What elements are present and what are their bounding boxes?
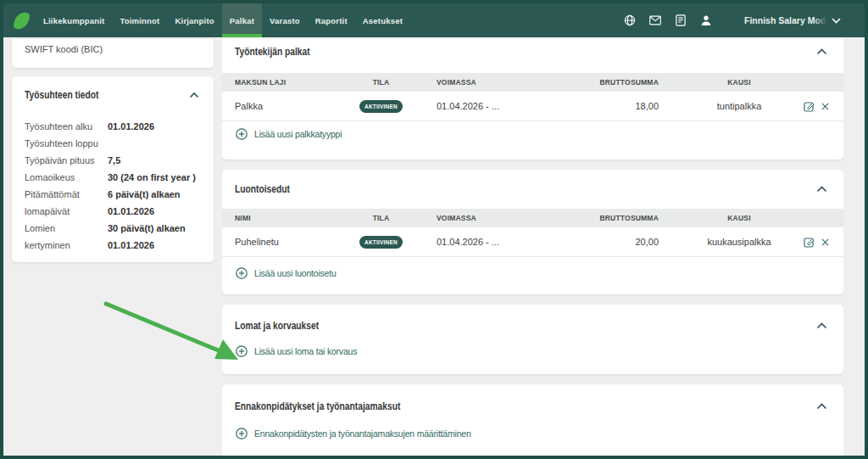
employment-card-title: Työsuhteen tiedot: [25, 89, 99, 101]
remove-benefit-button[interactable]: [821, 238, 829, 246]
document-icon[interactable]: [675, 14, 687, 26]
field-value: 6 päivä(t) alkaen 01.01.2026: [108, 186, 201, 220]
app-logo-leaf-icon[interactable]: [11, 8, 31, 31]
chevron-up-icon: [816, 322, 827, 329]
edit-salary-button[interactable]: [804, 101, 815, 112]
nav-item-kirjanpito[interactable]: Kirjanpito: [167, 3, 221, 37]
salary-valid: 01.04.2026 - ...: [417, 101, 587, 111]
globe-icon[interactable]: [624, 14, 636, 26]
withholding-card-title: Ennakonpidätykset ja työnantajamaksut: [235, 400, 400, 412]
field-label: Pitämättömät lomapäivät: [25, 186, 101, 220]
remove-salary-button[interactable]: [821, 103, 829, 110]
edit-benefit-button[interactable]: [804, 237, 815, 248]
close-icon: [821, 238, 829, 246]
plus-circle-icon: [236, 428, 248, 439]
field-label: Lomien kertyminen: [25, 220, 101, 254]
holidays-card-title: Lomat ja korvaukset: [235, 320, 319, 332]
navbar-right-icons: Finnish Salary Modu: [624, 3, 865, 37]
nav-item-raportit[interactable]: Raportit: [308, 3, 355, 37]
chevron-up-icon: [816, 186, 827, 193]
salary-row-palkka: Palkka AKTIIVINEN 01.04.2026 - ... 18,00…: [222, 92, 843, 121]
nav-item-palkat[interactable]: Palkat: [222, 3, 262, 37]
status-badge: AKTIIVINEN: [359, 236, 403, 249]
employment-rows: Työsuhteen alku01.01.2026 Työsuhteen lop…: [25, 118, 201, 254]
salaries-table-header: MAKSUN LAJI TILA VOIMASSA BRUTTOSUMMA KA…: [222, 73, 843, 92]
field-label: Työsuhteen loppu: [25, 135, 101, 152]
benefits-card-title: Luontoisedut: [235, 183, 290, 195]
holidays-card: Lomat ja korvaukset Lisää uusi loma tai …: [222, 305, 843, 374]
salary-name: Palkka: [235, 101, 345, 111]
benefit-valid: 01.04.2026 - ...: [417, 237, 587, 247]
nav-item-toiminnot[interactable]: Toiminnot: [112, 3, 167, 37]
benefits-card: Luontoisedut NIMI TILA VOIMASSA BRUTTOSU…: [222, 170, 843, 294]
app-window: Liikekumppanit Toiminnot Kirjanpito Palk…: [0, 0, 868, 459]
swift-label: SWIFT koodi (BIC): [25, 44, 103, 54]
add-holiday-link[interactable]: Lisää uusi loma tai korvaus: [222, 345, 843, 357]
field-value: [108, 135, 201, 152]
chevron-up-icon: [816, 48, 827, 55]
benefit-period: kuukausipalkka: [659, 237, 820, 247]
employee-salaries-card: Työntekijän palkat MAKSUN LAJI TILA VOIM…: [222, 39, 843, 160]
status-badge: AKTIIVINEN: [359, 100, 403, 113]
add-benefit-link[interactable]: Lisää uusi luontoisetu: [222, 267, 843, 279]
close-icon: [821, 103, 829, 110]
nav-item-varasto[interactable]: Varasto: [262, 3, 308, 37]
chevron-up-icon: [189, 92, 199, 98]
user-icon[interactable]: [700, 14, 712, 26]
collapse-salaries-button[interactable]: [815, 47, 829, 57]
main-content: Työntekijän palkat MAKSUN LAJI TILA VOIM…: [222, 39, 843, 456]
field-label: Työsuhteen alku: [25, 118, 101, 135]
benefit-name: Puhelinetu: [235, 237, 345, 247]
left-sidebar: SWIFT koodi (BIC) Työsuhteen tiedot Työs…: [3, 39, 214, 456]
add-salary-type-link[interactable]: Lisää uusi palkkatyyppi: [222, 128, 843, 140]
configure-withholding-link[interactable]: Ennakonpidätysten ja työnantajamaksujen …: [222, 428, 843, 439]
nav-item-asetukset[interactable]: Asetukset: [355, 3, 410, 37]
salary-gross: 18,00: [587, 101, 659, 111]
benefit-gross: 20,00: [587, 237, 659, 247]
field-value: 01.01.2026: [108, 118, 201, 135]
salary-period: tuntipalkka: [659, 101, 820, 111]
mail-icon[interactable]: [649, 14, 661, 26]
field-label: Työpäivän pituus: [25, 152, 101, 169]
field-value: 30 päivä(t) alkaen 01.01.2026: [108, 220, 201, 254]
plus-circle-icon: [236, 128, 248, 140]
field-value: 7,5: [108, 152, 201, 169]
field-label: Lomaoikeus: [25, 169, 101, 186]
main-menu: Liikekumppanit Toiminnot Kirjanpito Palk…: [36, 3, 410, 37]
collapse-employment-button[interactable]: [187, 90, 201, 100]
plus-circle-icon: [236, 345, 248, 357]
plus-circle-icon: [236, 267, 248, 279]
edit-icon: [804, 101, 815, 112]
swift-field-card: SWIFT koodi (BIC): [12, 39, 214, 68]
field-value: 30 (24 on first year ): [108, 169, 201, 186]
user-menu-label: Finnish Salary Modu: [744, 15, 826, 25]
chevron-down-icon: [832, 18, 841, 24]
collapse-withholding-button[interactable]: [815, 401, 829, 411]
edit-icon: [804, 237, 815, 248]
employment-info-card: Työsuhteen tiedot Työsuhteen alku01.01.2…: [12, 76, 214, 262]
benefits-table-header: NIMI TILA VOIMASSA BRUTTOSUMMA KAUSI: [222, 209, 843, 227]
top-navbar: Liikekumppanit Toiminnot Kirjanpito Palk…: [3, 3, 865, 37]
collapse-benefits-button[interactable]: [815, 184, 829, 194]
user-menu[interactable]: Finnish Salary Modu: [744, 15, 841, 25]
chevron-up-icon: [816, 403, 827, 410]
salaries-card-title: Työntekijän palkat: [235, 46, 310, 58]
collapse-holidays-button[interactable]: [815, 321, 829, 331]
withholding-card: Ennakonpidätykset ja työnantajamaksut En…: [222, 384, 843, 456]
benefit-row-puhelinetu: Puhelinetu AKTIIVINEN 01.04.2026 - ... 2…: [222, 227, 843, 257]
nav-item-liikekumppanit[interactable]: Liikekumppanit: [36, 3, 112, 37]
